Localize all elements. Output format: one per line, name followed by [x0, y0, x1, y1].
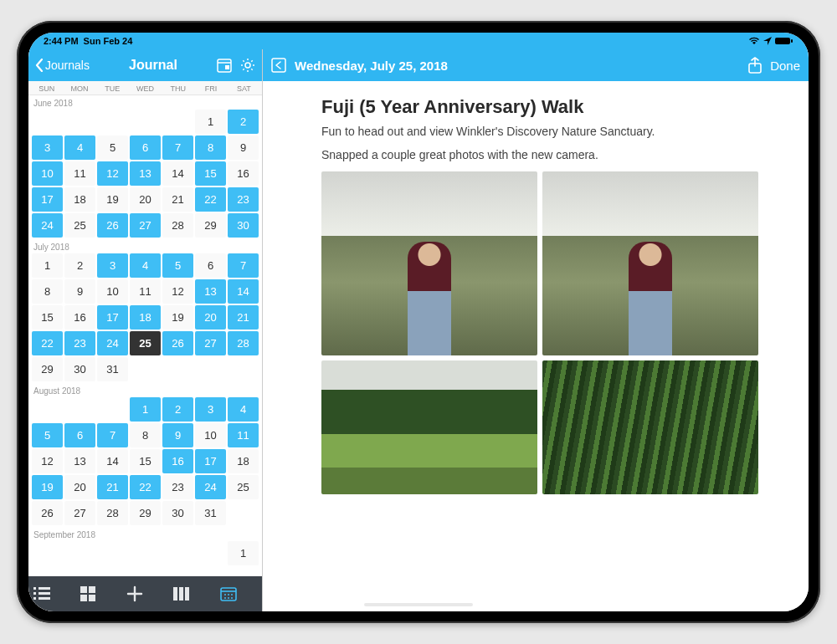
calendar-day[interactable]: 6	[64, 423, 95, 447]
calendar-day[interactable]: 21	[228, 305, 259, 330]
calendar-day[interactable]: 18	[130, 305, 161, 330]
collapse-icon[interactable]	[271, 58, 286, 73]
calendar-day[interactable]: 2	[162, 397, 193, 422]
calendar-day[interactable]: 14	[228, 279, 259, 304]
calendar-day[interactable]: 31	[195, 501, 226, 525]
calendar-day[interactable]: 17	[195, 449, 226, 473]
calendar-day[interactable]: 23	[228, 187, 259, 212]
calendar-day[interactable]: 1	[195, 110, 226, 134]
calendar-day[interactable]: 6	[130, 135, 161, 160]
calendar-day[interactable]: 5	[162, 253, 193, 278]
calendar-day[interactable]: 29	[32, 357, 63, 381]
calendar-day[interactable]: 10	[32, 161, 63, 186]
calendar-day[interactable]: 22	[130, 475, 161, 499]
calendar-day[interactable]: 27	[195, 331, 226, 355]
calendar-day[interactable]: 4	[64, 135, 95, 160]
calendar-day[interactable]: 21	[97, 475, 128, 499]
calendar-day[interactable]: 28	[162, 213, 193, 238]
tab-calendar-icon[interactable]	[220, 586, 257, 601]
calendar-day[interactable]: 18	[228, 449, 259, 473]
calendar-day[interactable]: 29	[130, 501, 161, 525]
calendar-day[interactable]: 25	[228, 475, 259, 499]
calendar-day[interactable]: 15	[130, 449, 161, 473]
calendar-day[interactable]: 13	[64, 449, 95, 473]
calendar-day[interactable]: 10	[97, 279, 128, 304]
calendar-day[interactable]: 7	[97, 423, 128, 447]
calendar-day[interactable]: 16	[228, 161, 259, 186]
calendar-day[interactable]: 11	[228, 423, 259, 447]
calendar-day[interactable]: 23	[162, 475, 193, 499]
calendar-day[interactable]: 22	[32, 331, 63, 355]
calendar-day[interactable]: 9	[228, 135, 259, 160]
calendar-day[interactable]: 16	[64, 305, 95, 330]
calendar-day[interactable]: 4	[130, 253, 161, 278]
calendar-day[interactable]: 1	[32, 253, 63, 278]
calendar-day[interactable]: 11	[130, 279, 161, 304]
calendar-day[interactable]: 26	[97, 213, 128, 238]
calendar-day[interactable]: 3	[32, 135, 63, 160]
share-icon[interactable]	[748, 57, 762, 74]
calendar-day[interactable]: 18	[64, 187, 95, 212]
calendar-day[interactable]: 24	[97, 331, 128, 355]
calendar-day[interactable]: 8	[32, 279, 63, 304]
calendar-day[interactable]: 26	[32, 501, 63, 525]
calendar-day[interactable]: 4	[228, 397, 259, 422]
calendar-day[interactable]: 3	[97, 253, 128, 278]
calendar-day[interactable]: 5	[32, 423, 63, 447]
tab-columns-icon[interactable]	[173, 587, 210, 601]
calendar-day[interactable]: 1	[130, 397, 161, 422]
calendar-day[interactable]: 21	[162, 187, 193, 212]
calendar-day[interactable]: 13	[195, 279, 226, 304]
calendar-day[interactable]: 3	[195, 397, 226, 422]
calendar-day[interactable]: 2	[228, 110, 259, 134]
entry-date[interactable]: Wednesday, July 25, 2018	[295, 59, 448, 73]
calendar-day[interactable]: 27	[130, 213, 161, 238]
calendar-day[interactable]: 19	[97, 187, 128, 212]
gear-icon[interactable]	[240, 58, 255, 73]
photo-portrait-1[interactable]	[321, 171, 537, 355]
calendar-day[interactable]: 17	[32, 187, 63, 212]
done-button[interactable]: Done	[770, 59, 800, 73]
calendar-day[interactable]: 9	[162, 423, 193, 447]
calendar-day[interactable]: 24	[32, 213, 63, 238]
calendar-day[interactable]: 16	[162, 449, 193, 473]
calendar-day[interactable]: 30	[162, 501, 193, 525]
calendar-day[interactable]: 12	[32, 449, 63, 473]
calendar-day[interactable]: 13	[130, 161, 161, 186]
calendar-day[interactable]: 24	[195, 475, 226, 499]
calendar-day[interactable]: 11	[64, 161, 95, 186]
calendar-day[interactable]: 31	[97, 357, 128, 381]
calendar-day[interactable]: 12	[162, 279, 193, 304]
calendar-day[interactable]: 28	[97, 501, 128, 525]
calendar-day[interactable]: 5	[97, 135, 128, 160]
calendar-day[interactable]: 19	[32, 475, 63, 499]
calendar-day[interactable]: 23	[64, 331, 95, 355]
calendar-day[interactable]: 9	[64, 279, 95, 304]
photo-portrait-2[interactable]	[542, 171, 758, 355]
calendar-day[interactable]: 25	[64, 213, 95, 238]
photo-landscape-grass[interactable]	[542, 360, 758, 494]
calendar-day[interactable]: 28	[228, 331, 259, 355]
tab-list-icon[interactable]	[33, 586, 70, 601]
back-button[interactable]: Journals	[35, 59, 90, 72]
calendar-day[interactable]: 2	[64, 253, 95, 278]
calendar-day[interactable]: 10	[195, 423, 226, 447]
calendar-day[interactable]: 30	[64, 357, 95, 381]
calendar-day[interactable]: 30	[228, 213, 259, 238]
calendar-day-selected[interactable]: 25	[130, 331, 161, 355]
calendar-day[interactable]: 8	[130, 423, 161, 447]
photo-landscape-trees[interactable]	[321, 360, 537, 494]
calendar-today-icon[interactable]	[217, 58, 232, 73]
calendar-day[interactable]: 22	[195, 187, 226, 212]
calendar-day[interactable]: 1	[228, 541, 259, 565]
calendar-day[interactable]: 26	[162, 331, 193, 355]
calendar-day[interactable]: 19	[162, 305, 193, 330]
calendar-day[interactable]: 7	[162, 135, 193, 160]
calendar-day[interactable]: 27	[64, 501, 95, 525]
calendar-day[interactable]: 12	[97, 161, 128, 186]
calendar-day[interactable]: 15	[32, 305, 63, 330]
calendar-day[interactable]: 15	[195, 161, 226, 186]
calendar-day[interactable]: 20	[64, 475, 95, 499]
tab-add-icon[interactable]	[126, 585, 163, 602]
calendar-day[interactable]: 6	[195, 253, 226, 278]
